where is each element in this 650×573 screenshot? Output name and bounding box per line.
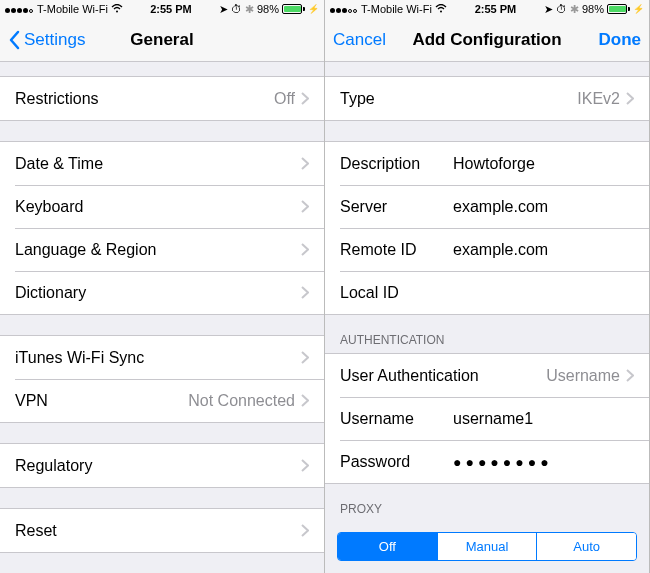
- clock-label: 2:55 PM: [475, 3, 517, 15]
- row-dictionary[interactable]: Dictionary: [0, 271, 324, 314]
- row-username[interactable]: Username username1: [325, 397, 649, 440]
- row-label: Keyboard: [15, 198, 84, 216]
- row-label: Language & Region: [15, 241, 156, 259]
- carrier-label: T-Mobile Wi-Fi: [37, 3, 108, 15]
- charging-icon: ⚡: [633, 4, 644, 14]
- wifi-icon: [435, 3, 447, 15]
- chevron-left-icon: [8, 30, 20, 50]
- row-value: Username: [479, 367, 620, 385]
- row-local-id[interactable]: Local ID: [325, 271, 649, 314]
- proxy-off-segment[interactable]: Off: [338, 533, 437, 560]
- row-label: Restrictions: [15, 90, 99, 108]
- row-value: Off: [99, 90, 295, 108]
- charging-icon: ⚡: [308, 4, 319, 14]
- row-keyboard[interactable]: Keyboard: [0, 185, 324, 228]
- signal-dots-icon: [330, 3, 358, 15]
- proxy-manual-segment[interactable]: Manual: [437, 533, 537, 560]
- wifi-icon: [111, 3, 123, 15]
- config-form[interactable]: Type IKEv2 Description Howtoforge Server…: [325, 62, 649, 573]
- row-label: Reset: [15, 522, 57, 540]
- battery-icon: [607, 4, 630, 14]
- screen-general: T-Mobile Wi-Fi 2:55 PM ➤ ⏱ ✱ 98% ⚡ Setti…: [0, 0, 325, 573]
- row-value: IKEv2: [375, 90, 620, 108]
- chevron-right-icon: [301, 351, 309, 364]
- proxy-segmented-control[interactable]: Off Manual Auto: [337, 532, 637, 561]
- field-label: Username: [340, 410, 435, 428]
- chevron-right-icon: [301, 394, 309, 407]
- chevron-right-icon: [301, 286, 309, 299]
- back-label: Settings: [24, 30, 85, 50]
- battery-percent: 98%: [582, 3, 604, 15]
- clock-label: 2:55 PM: [150, 3, 192, 15]
- password-input[interactable]: ●●●●●●●●: [453, 454, 634, 470]
- field-label: Remote ID: [340, 241, 435, 259]
- field-label: Server: [340, 198, 435, 216]
- bluetooth-icon: ✱: [245, 3, 254, 16]
- status-bar: T-Mobile Wi-Fi 2:55 PM ➤ ⏱ ✱ 98% ⚡: [325, 0, 649, 18]
- row-label: Regulatory: [15, 457, 92, 475]
- alarm-icon: ⏱: [231, 3, 242, 15]
- row-date-time[interactable]: Date & Time: [0, 142, 324, 185]
- done-button[interactable]: Done: [599, 30, 642, 50]
- cancel-button[interactable]: Cancel: [333, 30, 386, 50]
- status-bar: T-Mobile Wi-Fi 2:55 PM ➤ ⏱ ✱ 98% ⚡: [0, 0, 324, 18]
- signal-dots-icon: [5, 3, 34, 15]
- section-header-authentication: Authentication: [325, 315, 649, 353]
- row-label: Dictionary: [15, 284, 86, 302]
- row-label: Type: [340, 90, 375, 108]
- done-label: Done: [599, 30, 642, 50]
- svg-point-1: [440, 11, 442, 13]
- row-label: VPN: [15, 392, 48, 410]
- chevron-right-icon: [301, 243, 309, 256]
- battery-icon: [282, 4, 305, 14]
- field-label: Local ID: [340, 284, 435, 302]
- server-input[interactable]: example.com: [453, 198, 634, 216]
- location-icon: ➤: [219, 3, 228, 16]
- row-regulatory[interactable]: Regulatory: [0, 444, 324, 487]
- chevron-right-icon: [301, 92, 309, 105]
- row-remote-id[interactable]: Remote ID example.com: [325, 228, 649, 271]
- row-password[interactable]: Password ●●●●●●●●: [325, 440, 649, 483]
- section-header-proxy: Proxy: [325, 484, 649, 522]
- settings-list[interactable]: Restrictions Off Date & Time Keyboard La…: [0, 62, 324, 573]
- row-type[interactable]: Type IKEv2: [325, 77, 649, 120]
- chevron-right-icon: [301, 200, 309, 213]
- chevron-right-icon: [626, 369, 634, 382]
- back-button[interactable]: Settings: [8, 30, 85, 50]
- row-itunes-wifi-sync[interactable]: iTunes Wi-Fi Sync: [0, 336, 324, 379]
- nav-bar: Settings General: [0, 18, 324, 62]
- row-label: Date & Time: [15, 155, 103, 173]
- row-value: Not Connected: [48, 392, 295, 410]
- row-server[interactable]: Server example.com: [325, 185, 649, 228]
- remote-id-input[interactable]: example.com: [453, 241, 634, 259]
- alarm-icon: ⏱: [556, 3, 567, 15]
- chevron-right-icon: [301, 459, 309, 472]
- chevron-right-icon: [626, 92, 634, 105]
- bluetooth-icon: ✱: [570, 3, 579, 16]
- carrier-label: T-Mobile Wi-Fi: [361, 3, 432, 15]
- username-input[interactable]: username1: [453, 410, 634, 428]
- battery-percent: 98%: [257, 3, 279, 15]
- row-reset[interactable]: Reset: [0, 509, 324, 552]
- field-label: Password: [340, 453, 435, 471]
- row-language-region[interactable]: Language & Region: [0, 228, 324, 271]
- nav-bar: Cancel Add Configuration Done: [325, 18, 649, 62]
- description-input[interactable]: Howtoforge: [453, 155, 634, 173]
- row-user-authentication[interactable]: User Authentication Username: [325, 354, 649, 397]
- row-restrictions[interactable]: Restrictions Off: [0, 77, 324, 120]
- chevron-right-icon: [301, 524, 309, 537]
- row-label: User Authentication: [340, 367, 479, 385]
- proxy-auto-segment[interactable]: Auto: [536, 533, 636, 560]
- row-label: iTunes Wi-Fi Sync: [15, 349, 144, 367]
- row-vpn[interactable]: VPN Not Connected: [0, 379, 324, 422]
- screen-add-configuration: T-Mobile Wi-Fi 2:55 PM ➤ ⏱ ✱ 98% ⚡ Cance…: [325, 0, 650, 573]
- row-description[interactable]: Description Howtoforge: [325, 142, 649, 185]
- chevron-right-icon: [301, 157, 309, 170]
- field-label: Description: [340, 155, 435, 173]
- location-icon: ➤: [544, 3, 553, 16]
- cancel-label: Cancel: [333, 30, 386, 50]
- svg-point-0: [116, 11, 118, 13]
